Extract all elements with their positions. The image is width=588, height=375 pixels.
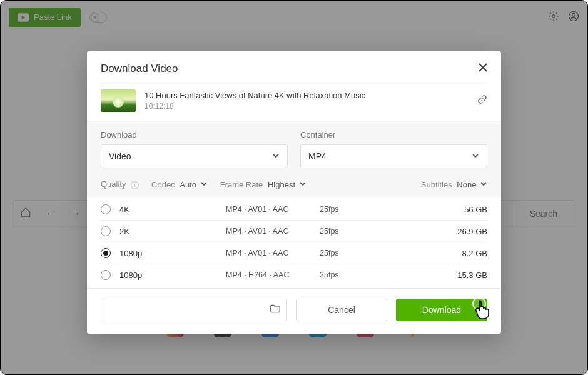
quality-size: 26.9 GB	[457, 227, 487, 236]
quality-info-icon[interactable]: i	[131, 181, 139, 189]
quality-fps: 25fps	[320, 249, 382, 258]
container-label: Container	[300, 130, 487, 139]
quality-codec: MP4 · AV01 · AAC	[226, 205, 320, 214]
quality-codec: MP4 · AV01 · AAC	[226, 249, 320, 258]
radio-icon	[101, 226, 111, 236]
dialog-title: Download Video	[101, 62, 178, 75]
codec-filter[interactable]: Codec Auto	[151, 180, 208, 189]
subtitles-filter[interactable]: Subtitles None	[421, 180, 487, 189]
quality-fps: 25fps	[320, 271, 382, 279]
quality-name: 4K	[119, 205, 226, 214]
quality-name: 1080p	[119, 249, 226, 258]
quality-codec: MP4 · AV01 · AAC	[226, 227, 320, 236]
chevron-down-icon	[299, 180, 307, 188]
radio-icon	[101, 270, 111, 280]
download-type-label: Download	[101, 130, 288, 139]
quality-size: 56 GB	[464, 205, 487, 214]
quality-name: 1080p	[119, 271, 226, 280]
quality-option[interactable]: 2KMP4 · AV01 · AAC25fps26.9 GB	[101, 221, 487, 242]
quality-fps: 25fps	[320, 227, 382, 236]
download-type-select[interactable]: Video	[101, 144, 288, 168]
download-video-dialog: Download Video 10 Hours Fantastic Views …	[87, 51, 501, 334]
quality-size: 15.3 GB	[457, 271, 487, 280]
quality-fps: 25fps	[320, 205, 382, 214]
copy-link-button[interactable]	[477, 94, 487, 107]
radio-icon	[101, 248, 111, 258]
video-title: 10 Hours Fantastic Views of Nature 4K wi…	[144, 91, 365, 101]
quality-name: 2K	[119, 227, 226, 236]
close-button[interactable]	[479, 63, 487, 74]
chevron-down-icon	[480, 180, 487, 188]
framerate-filter[interactable]: Frame Rate Highest	[220, 180, 307, 189]
video-thumbnail	[101, 89, 136, 112]
video-duration: 10:12:18	[144, 102, 365, 111]
download-button[interactable]: Download	[396, 299, 487, 321]
folder-icon[interactable]	[270, 304, 280, 316]
chevron-down-icon	[472, 151, 479, 161]
radio-icon	[101, 204, 111, 214]
cancel-button[interactable]: Cancel	[296, 299, 387, 321]
chevron-down-icon	[200, 180, 208, 188]
quality-option[interactable]: 1080pMP4 · AV01 · AAC25fps8.2 GB	[101, 242, 487, 264]
quality-codec: MP4 · H264 · AAC	[226, 271, 320, 279]
quality-size: 8.2 GB	[462, 249, 487, 258]
container-select[interactable]: MP4	[300, 144, 487, 168]
quality-filter-label: Quality	[101, 179, 126, 189]
save-path-input[interactable]	[101, 299, 287, 321]
chevron-down-icon	[272, 151, 280, 161]
quality-option[interactable]: 1080pMP4 · H264 · AAC25fps15.3 GB	[101, 264, 487, 286]
quality-option[interactable]: 4KMP4 · AV01 · AAC25fps56 GB	[101, 199, 487, 220]
